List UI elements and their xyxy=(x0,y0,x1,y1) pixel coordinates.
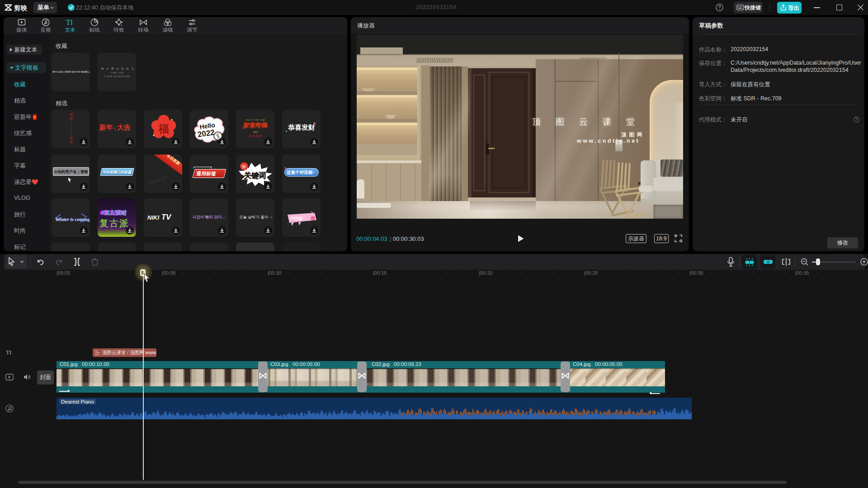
svg-text:TI: TI xyxy=(66,19,73,26)
svg-text:福: 福 xyxy=(158,123,169,135)
svg-text:剪映: 剪映 xyxy=(14,5,28,12)
svg-text:마잔맒~: 마잔맒~ xyxy=(290,216,305,221)
svg-text:惊: 惊 xyxy=(241,164,246,169)
svg-text:Winter is coming: Winter is coming xyxy=(55,216,90,222)
svg-text:关键词: 关键词 xyxy=(244,171,266,179)
